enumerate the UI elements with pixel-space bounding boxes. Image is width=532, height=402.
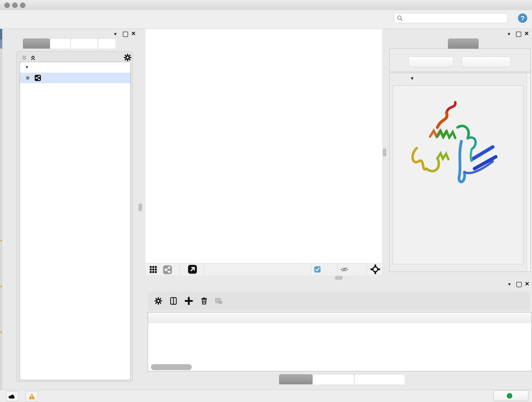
help-icon[interactable]: ? (517, 13, 528, 23)
table-options-gear-icon[interactable] (154, 297, 162, 305)
right-splitter-handle[interactable] (383, 148, 386, 156)
show-columns-icon[interactable] (169, 297, 177, 305)
memory-button[interactable] (494, 390, 528, 401)
birds-eye-crosshair-icon[interactable] (370, 264, 380, 274)
add-column-icon[interactable] (184, 297, 193, 305)
results-scrollbar-track[interactable] (527, 73, 530, 271)
bottom-splitter-handle[interactable] (335, 276, 343, 280)
results-panel-float-menu-icon[interactable]: ▼ (507, 32, 511, 37)
node-table-header (148, 313, 531, 323)
protein-collapse-icon[interactable]: ▼ (410, 76, 414, 81)
collapse-all-button[interactable] (462, 57, 511, 67)
protein-detail-box (393, 85, 524, 264)
tab-string[interactable] (448, 38, 479, 49)
collection-expand-icon[interactable]: ▼ (25, 65, 29, 70)
string-results-button-bar (389, 49, 531, 72)
control-panel-close-icon[interactable]: ✕ (131, 32, 136, 36)
cloud-icon (8, 393, 16, 400)
network-row[interactable] (20, 73, 130, 83)
expand-all-button[interactable] (408, 57, 453, 67)
network-current-dot (26, 76, 30, 80)
results-panel-float-icon[interactable] (516, 32, 521, 37)
control-panel-float-icon[interactable] (123, 32, 128, 37)
network-view-toolbar (146, 263, 382, 275)
protein-result-card: ▼ (389, 73, 531, 272)
title-bar (0, 0, 532, 10)
network-icon (35, 75, 41, 81)
network-collection-row[interactable]: ▼ (20, 62, 130, 73)
svg-text:?: ? (520, 14, 525, 22)
table-horizontal-scrollbar[interactable] (151, 364, 192, 370)
delete-column-trash-icon[interactable] (200, 297, 208, 305)
status-bar (0, 390, 532, 402)
application-window: ? ▼ ✕ ▼ (0, 0, 532, 402)
tab-node-table[interactable] (279, 374, 312, 384)
search-input[interactable] (394, 13, 508, 23)
left-splitter-handle[interactable] (139, 204, 142, 211)
results-panel-close-icon[interactable]: ✕ (524, 32, 529, 36)
minimize-window-button[interactable] (12, 2, 18, 8)
collapse-all-networks-icon[interactable] (30, 54, 36, 61)
network-options-gear-icon[interactable] (123, 53, 132, 62)
table-panel-float-icon[interactable] (516, 282, 522, 287)
warning-status-button[interactable] (26, 391, 38, 401)
tab-network-table[interactable] (354, 374, 405, 384)
tab-style[interactable] (50, 38, 70, 49)
warning-icon (28, 393, 36, 400)
network-tree: ▼ (20, 62, 131, 380)
close-window-button[interactable] (4, 2, 10, 8)
hidden-eye-slash-icon[interactable] (340, 266, 348, 273)
cloud-status-button[interactable] (6, 391, 18, 401)
tab-edge-table[interactable] (312, 374, 354, 384)
delete-table-icon (215, 297, 222, 305)
zoom-window-button[interactable] (20, 2, 25, 8)
control-panel-float-menu-icon[interactable]: ▼ (113, 32, 118, 37)
search-icon (397, 15, 403, 21)
table-toolbar (148, 292, 530, 310)
background-window-sliver (0, 29, 2, 390)
memory-status-dot (507, 393, 512, 399)
node-table (148, 312, 532, 371)
expand-all-networks-icon[interactable] (21, 54, 28, 61)
network-view-icon[interactable] (163, 265, 172, 274)
tab-sets[interactable] (98, 38, 116, 49)
tab-network[interactable] (23, 38, 50, 49)
table-panel-float-menu-icon[interactable]: ▼ (507, 282, 512, 287)
grid-view-icon[interactable] (149, 265, 157, 274)
protein-structure-image (403, 100, 511, 196)
selected-nodes-checkbox[interactable] (314, 266, 321, 273)
tab-select[interactable] (70, 38, 98, 49)
network-canvas[interactable] (146, 29, 382, 263)
search-field-wrap (394, 13, 508, 23)
detach-view-icon[interactable] (188, 265, 197, 274)
table-panel-close-icon[interactable]: ✕ (525, 282, 530, 286)
